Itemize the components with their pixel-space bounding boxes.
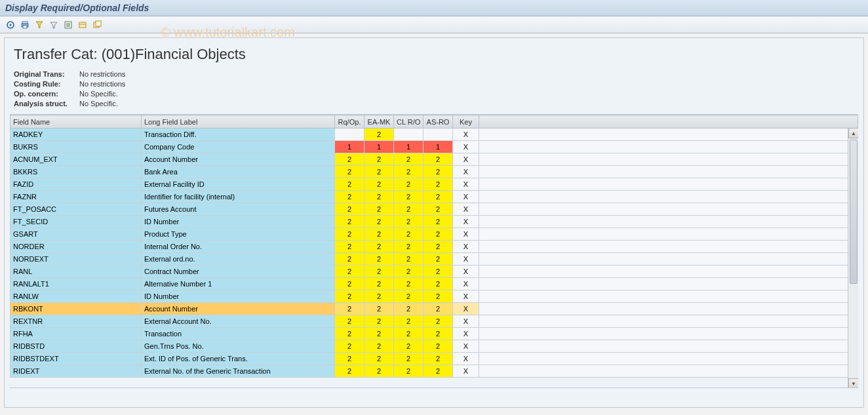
- table-row[interactable]: BUKRSCompany Code1111X: [10, 141, 858, 153]
- cell-spacer: [479, 153, 858, 166]
- cell-field-name: NORDER: [10, 241, 142, 253]
- table-row[interactable]: NORDEXTExternal ord.no.2222X: [10, 253, 858, 266]
- toolbar: [0, 16, 868, 33]
- cell-rqop: 2: [335, 278, 365, 290]
- cell-rqop: 2: [335, 365, 365, 378]
- svg-point-1: [10, 24, 12, 26]
- cell-asro: 2: [424, 178, 453, 191]
- data-table[interactable]: Field Name Long Field Label Rq/Op. EA-MK…: [10, 115, 858, 378]
- table-row[interactable]: FT_POSACCFutures Account2222X: [10, 203, 858, 216]
- table-row[interactable]: RADKEYTransaction Diff.2X: [10, 128, 858, 141]
- col-long-label[interactable]: Long Field Label: [142, 115, 335, 128]
- cell-asro: 2: [424, 340, 453, 353]
- meta-row: Original Trans:No restrictions: [14, 69, 854, 79]
- cell-clro: 2: [394, 203, 424, 216]
- cell-long-label: Identifier for facility (internal): [142, 191, 335, 203]
- table-row[interactable]: FAZIDExternal Facility ID2222X: [10, 178, 858, 191]
- cell-asro: 2: [424, 328, 453, 340]
- cell-spacer: [479, 365, 858, 378]
- cell-eamk: 2: [365, 266, 394, 278]
- cell-rqop: 2: [335, 266, 365, 278]
- cell-clro: 2: [394, 228, 424, 241]
- table-row[interactable]: RIDBSTDGen.Trns Pos. No.2222X: [10, 340, 858, 353]
- cell-field-name: FAZID: [10, 178, 142, 191]
- cell-key: X: [453, 203, 479, 216]
- meta-label: Costing Rule:: [14, 79, 79, 89]
- cell-clro: 2: [394, 241, 424, 253]
- save-layout-icon[interactable]: [90, 18, 104, 31]
- table-row[interactable]: RIDEXTExternal No. of the Generic Transa…: [10, 365, 858, 378]
- table-row[interactable]: ACNUM_EXTAccount Number2222X: [10, 153, 858, 166]
- table-row[interactable]: RANLContract Number2222X: [10, 266, 858, 278]
- filter-icon[interactable]: [33, 18, 46, 31]
- table-row[interactable]: FAZNRIdentifier for facility (internal)2…: [10, 191, 858, 203]
- cell-field-name: RANLW: [10, 290, 142, 303]
- cell-eamk: 2: [365, 216, 394, 228]
- col-eamk[interactable]: EA-MK: [365, 115, 394, 128]
- table-row[interactable]: RBKONTAccount Number2222X: [10, 303, 858, 315]
- scroll-down-icon[interactable]: ▼: [848, 378, 858, 388]
- scroll-thumb[interactable]: [850, 140, 858, 284]
- cell-eamk: 2: [365, 228, 394, 241]
- details-icon[interactable]: [4, 18, 17, 31]
- vertical-scrollbar[interactable]: ▲ ▼: [848, 128, 858, 388]
- cell-long-label: Account Number: [142, 153, 335, 166]
- cell-spacer: [479, 290, 858, 303]
- meta-value: No Specific.: [79, 99, 118, 109]
- sort-icon[interactable]: [47, 18, 60, 31]
- cell-key: X: [453, 191, 479, 203]
- cell-spacer: [479, 328, 858, 340]
- col-rqop[interactable]: Rq/Op.: [335, 115, 365, 128]
- cell-asro: 2: [424, 266, 453, 278]
- cell-key: X: [453, 216, 479, 228]
- cell-asro: [424, 128, 453, 141]
- cell-rqop: 2: [335, 241, 365, 253]
- table-row[interactable]: RIDBSTDEXTExt. ID of Pos. of Generic Tra…: [10, 353, 858, 365]
- cell-long-label: Ext. ID of Pos. of Generic Trans.: [142, 353, 335, 365]
- meta-value: No restrictions: [79, 69, 125, 79]
- cell-key: X: [453, 166, 479, 178]
- table-row[interactable]: FT_SECIDID Number2222X: [10, 216, 858, 228]
- col-clro[interactable]: CL R/O: [394, 115, 424, 128]
- table-row[interactable]: REXTNRExternal Account No.2222X: [10, 315, 858, 328]
- table-row[interactable]: NORDERInternal Order No.2222X: [10, 241, 858, 253]
- scroll-track[interactable]: [848, 138, 858, 378]
- table-row[interactable]: GSARTProduct Type2222X: [10, 228, 858, 241]
- meta-label: Analysis struct.: [14, 99, 79, 109]
- table-row[interactable]: BKKRSBank Area2222X: [10, 166, 858, 178]
- cell-field-name: RADKEY: [10, 128, 142, 141]
- cell-eamk: 2: [365, 303, 394, 315]
- cell-key: X: [453, 266, 479, 278]
- cell-asro: 2: [424, 315, 453, 328]
- cell-spacer: [479, 266, 858, 278]
- table-row[interactable]: RANLWID Number2222X: [10, 290, 858, 303]
- cell-eamk: 2: [365, 353, 394, 365]
- cell-field-name: ACNUM_EXT: [10, 153, 142, 166]
- cell-clro: 2: [394, 328, 424, 340]
- col-field-name[interactable]: Field Name: [10, 115, 142, 128]
- cell-rqop: 1: [335, 141, 365, 153]
- cell-eamk: 2: [365, 278, 394, 290]
- cell-long-label: Product Type: [142, 228, 335, 241]
- cell-clro: 2: [394, 303, 424, 315]
- scroll-up-icon[interactable]: ▲: [848, 128, 858, 138]
- cell-clro: 1: [394, 141, 424, 153]
- col-asro[interactable]: AS-RO: [424, 115, 453, 128]
- cell-eamk: 2: [365, 365, 394, 378]
- cell-rqop: 2: [335, 216, 365, 228]
- cell-spacer: [479, 315, 858, 328]
- cell-field-name: BUKRS: [10, 141, 142, 153]
- cell-clro: 2: [394, 191, 424, 203]
- col-key[interactable]: Key: [453, 115, 479, 128]
- cell-eamk: 2: [365, 253, 394, 266]
- print-icon[interactable]: [18, 18, 31, 31]
- cell-rqop: 2: [335, 253, 365, 266]
- cell-rqop: 2: [335, 353, 365, 365]
- cell-clro: 2: [394, 253, 424, 266]
- cell-eamk: 2: [365, 241, 394, 253]
- export-icon[interactable]: [62, 18, 75, 31]
- table-row[interactable]: RANLALT1Alternative Number 12222X: [10, 278, 858, 290]
- table-row[interactable]: RFHATransaction2222X: [10, 328, 858, 340]
- choose-layout-icon[interactable]: [76, 18, 89, 31]
- cell-key: X: [453, 128, 479, 141]
